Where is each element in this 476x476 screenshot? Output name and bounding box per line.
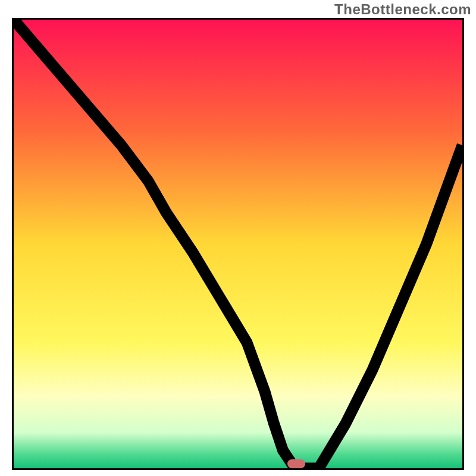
chart-container: TheBottleneck.com [0,0,476,476]
gradient-background [14,20,462,468]
watermark-label: TheBottleneck.com [334,1,471,18]
plot-frame [12,18,464,470]
chart-svg [14,20,462,468]
optimal-marker [287,459,305,468]
